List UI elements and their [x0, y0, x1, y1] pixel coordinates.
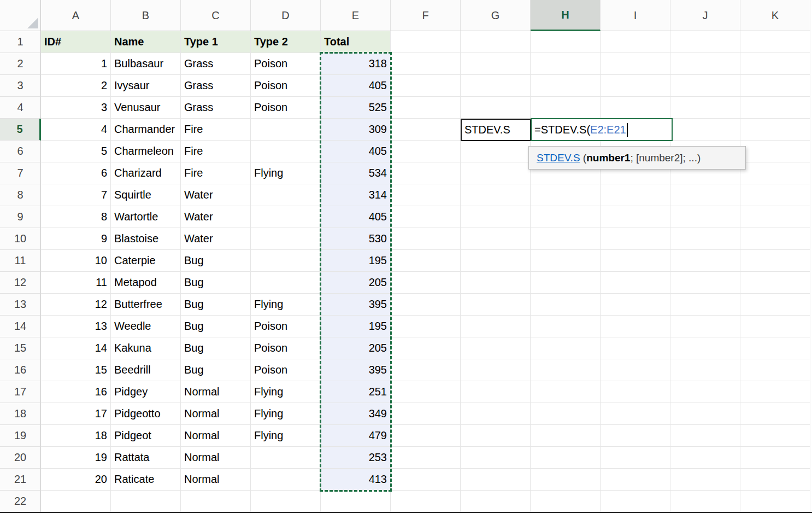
cell-J10[interactable] — [670, 228, 740, 250]
cell-J20[interactable] — [670, 447, 740, 469]
cell-K21[interactable] — [740, 469, 810, 491]
row-header-11[interactable]: 11 — [0, 250, 41, 272]
cell-K12[interactable] — [740, 272, 810, 294]
cell-D15[interactable]: Poison — [251, 337, 321, 359]
cell-I20[interactable] — [601, 447, 670, 469]
cell-D13[interactable]: Flying — [251, 294, 321, 316]
cell-B18[interactable]: Pidgeotto — [111, 403, 181, 425]
cell-C21[interactable]: Normal — [181, 469, 251, 491]
cell-K10[interactable] — [740, 228, 810, 250]
cell-F15[interactable] — [391, 337, 461, 359]
cell-A21[interactable]: 20 — [41, 469, 111, 491]
cell-F4[interactable] — [391, 97, 461, 119]
cell-C20[interactable]: Normal — [181, 447, 251, 469]
cell-D10[interactable] — [251, 228, 321, 250]
cell-F1[interactable] — [391, 31, 461, 53]
row-header-5[interactable]: 5 — [0, 119, 41, 141]
cell-J3[interactable] — [670, 75, 740, 97]
cell-G15[interactable] — [461, 337, 531, 359]
cell-E22[interactable] — [321, 491, 391, 512]
cell-C11[interactable]: Bug — [181, 250, 251, 272]
cell-E20[interactable]: 253 — [321, 447, 391, 469]
column-header-E[interactable]: E — [321, 0, 391, 31]
cell-A5[interactable]: 4 — [41, 119, 111, 141]
cell-K19[interactable] — [740, 425, 810, 447]
cell-K3[interactable] — [740, 75, 810, 97]
cell-B4[interactable]: Venusaur — [111, 97, 181, 119]
cell-D12[interactable] — [251, 272, 321, 294]
cell-F2[interactable] — [391, 53, 461, 75]
cell-C15[interactable]: Bug — [181, 337, 251, 359]
column-header-K[interactable]: K — [740, 0, 810, 31]
cell-G22[interactable] — [461, 491, 531, 512]
cell-J17[interactable] — [670, 381, 740, 403]
cell-E12[interactable]: 205 — [321, 272, 391, 294]
cell-C4[interactable]: Grass — [181, 97, 251, 119]
column-header-J[interactable]: J — [670, 0, 740, 31]
cell-D16[interactable]: Poison — [251, 359, 321, 381]
cell-D17[interactable]: Flying — [251, 381, 321, 403]
cell-J14[interactable] — [670, 316, 740, 337]
row-header-8[interactable]: 8 — [0, 184, 41, 206]
cell-C12[interactable]: Bug — [181, 272, 251, 294]
cell-K14[interactable] — [740, 316, 810, 337]
cell-A11[interactable]: 10 — [41, 250, 111, 272]
cell-J1[interactable] — [670, 31, 740, 53]
column-header-A[interactable]: A — [41, 0, 111, 31]
cell-J4[interactable] — [670, 97, 740, 119]
cell-D3[interactable]: Poison — [251, 75, 321, 97]
cell-A3[interactable]: 2 — [41, 75, 111, 97]
cell-A1[interactable]: ID# — [41, 31, 111, 53]
cell-F17[interactable] — [391, 381, 461, 403]
cell-F18[interactable] — [391, 403, 461, 425]
cell-A6[interactable]: 5 — [41, 141, 111, 162]
cell-B17[interactable]: Pidgey — [111, 381, 181, 403]
cell-G1[interactable] — [461, 31, 531, 53]
cell-C17[interactable]: Normal — [181, 381, 251, 403]
row-header-2[interactable]: 2 — [0, 53, 41, 75]
cell-G3[interactable] — [461, 75, 531, 97]
cell-A20[interactable]: 19 — [41, 447, 111, 469]
cell-D5[interactable] — [251, 119, 321, 141]
cell-J16[interactable] — [670, 359, 740, 381]
cell-I9[interactable] — [601, 206, 670, 228]
cell-G5-label[interactable]: STDEV.S — [461, 119, 531, 141]
cell-G13[interactable] — [461, 294, 531, 316]
cell-F9[interactable] — [391, 206, 461, 228]
cell-K2[interactable] — [740, 53, 810, 75]
cell-H16[interactable] — [531, 359, 601, 381]
cell-J22[interactable] — [670, 491, 740, 512]
cell-J8[interactable] — [670, 184, 740, 206]
cell-F11[interactable] — [391, 250, 461, 272]
row-header-10[interactable]: 10 — [0, 228, 41, 250]
cell-I16[interactable] — [601, 359, 670, 381]
cell-F20[interactable] — [391, 447, 461, 469]
cell-A8[interactable]: 7 — [41, 184, 111, 206]
cell-D20[interactable] — [251, 447, 321, 469]
cell-E5[interactable]: 309 — [321, 119, 391, 141]
cell-C5[interactable]: Fire — [181, 119, 251, 141]
cell-J13[interactable] — [670, 294, 740, 316]
row-header-16[interactable]: 16 — [0, 359, 41, 381]
cell-E3[interactable]: 405 — [321, 75, 391, 97]
cell-G17[interactable] — [461, 381, 531, 403]
cell-K4[interactable] — [740, 97, 810, 119]
cell-D21[interactable] — [251, 469, 321, 491]
cell-K22[interactable] — [740, 491, 810, 512]
cell-E11[interactable]: 195 — [321, 250, 391, 272]
cell-E6[interactable]: 405 — [321, 141, 391, 162]
cell-D6[interactable] — [251, 141, 321, 162]
cell-F5[interactable] — [391, 119, 461, 141]
cell-J11[interactable] — [670, 250, 740, 272]
cell-E1[interactable]: Total — [321, 31, 391, 53]
cell-D1[interactable]: Type 2 — [251, 31, 321, 53]
cell-F14[interactable] — [391, 316, 461, 337]
cell-F6[interactable] — [391, 141, 461, 162]
row-header-18[interactable]: 18 — [0, 403, 41, 425]
cell-D2[interactable]: Poison — [251, 53, 321, 75]
cell-A14[interactable]: 13 — [41, 316, 111, 337]
cell-H14[interactable] — [531, 316, 601, 337]
row-header-17[interactable]: 17 — [0, 381, 41, 403]
cell-A16[interactable]: 15 — [41, 359, 111, 381]
cell-H9[interactable] — [531, 206, 601, 228]
